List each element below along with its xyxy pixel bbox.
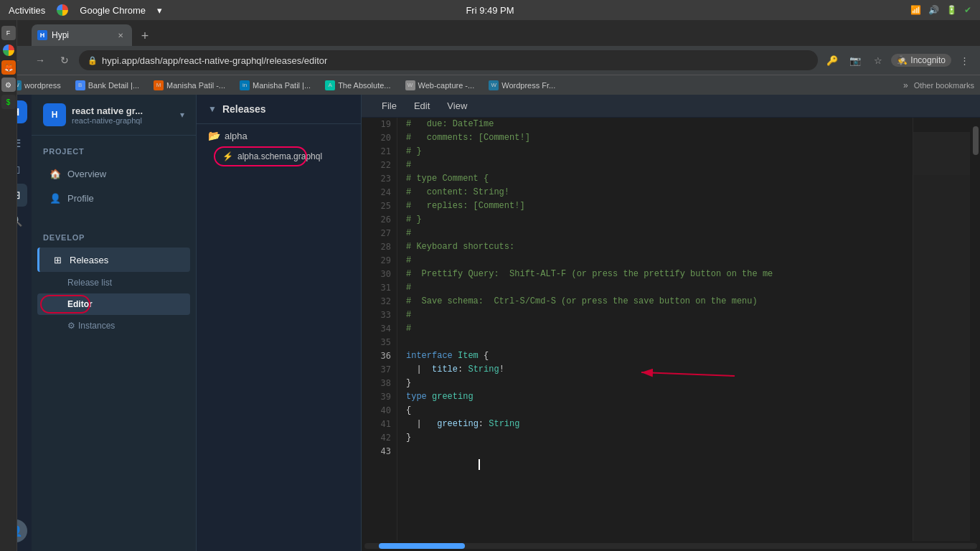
browser-tab-hypi[interactable]: H Hypi ✕	[32, 24, 132, 46]
editor-label: Editor	[67, 299, 93, 309]
line-num-23: 23	[362, 172, 397, 186]
bookmark-favicon-wp-fr: W	[489, 80, 499, 90]
nav-item-overview-label: Overview	[67, 169, 106, 179]
nav-item-overview[interactable]: 🏠 Overview	[37, 161, 190, 186]
bookmark-label-webcap: Web-capture -...	[418, 81, 475, 90]
extensions-button[interactable]: 🔑	[822, 50, 842, 70]
code-line-40: {	[406, 404, 904, 418]
taskbar-settings[interactable]: ⚙	[1, 77, 16, 92]
bookmark-favicon-webcap: W	[405, 80, 415, 90]
nav-item-releases-label: Releases	[70, 255, 108, 265]
tab-close-button[interactable]: ✕	[115, 29, 126, 41]
taskbar-files[interactable]: F	[1, 26, 16, 40]
code-line-34: #	[406, 322, 904, 336]
bookmark-manisha2[interactable]: in Manisha Patil |...	[234, 77, 316, 93]
releases-header: ▼ Releases	[197, 95, 361, 124]
menu-bar: File Edit View	[362, 95, 980, 118]
lock-icon: 🔒	[88, 56, 98, 65]
incognito-label: Incognito	[910, 55, 946, 65]
code-line-25: # replies: [Comment!]	[406, 199, 904, 213]
line-num-37: 37	[362, 363, 397, 377]
nav-sub-editor[interactable]: Editor	[37, 293, 190, 315]
bookmark-absolute[interactable]: A The Absolute...	[319, 77, 396, 93]
bookmark-label-absolute: The Absolute...	[338, 81, 390, 90]
app-menu-chevron[interactable]: ▾	[157, 5, 162, 16]
os-topbar-right: 📶 🔊 🔋 ✔	[910, 5, 971, 15]
line-num-35: 35	[362, 336, 397, 349]
bookmark-label-wordpress: wordpress	[24, 81, 61, 90]
line-num-30: 30	[362, 268, 397, 281]
line-num-26: 26	[362, 213, 397, 227]
line-num-41: 41	[362, 418, 397, 431]
url-text: hypi.app/dash/app/react-native-graphql/r…	[102, 55, 809, 66]
bottom-scrollbar-track	[364, 543, 977, 549]
line-num-36: 36	[362, 349, 397, 363]
instances-label: Instances	[78, 321, 115, 331]
code-line-32: # Save schema: Ctrl-S/Cmd-S (or press th…	[406, 295, 904, 309]
taskbar-chrome[interactable]	[1, 43, 16, 57]
chrome-app-name: Google Chrome	[80, 5, 146, 16]
folder-icon: 📂	[208, 130, 220, 141]
bookmarks-more-button[interactable]: »	[903, 80, 908, 90]
nav-sub-instances[interactable]: ⚙ Instances	[37, 315, 190, 336]
wifi-icon[interactable]: 📶	[910, 5, 921, 15]
incognito-button[interactable]: 🕵 Incognito	[891, 54, 951, 67]
line-num-34: 34	[362, 322, 397, 336]
code-line-43[interactable]	[406, 445, 904, 458]
line-num-19: 19	[362, 118, 397, 131]
app-content: H ☰ ◻ ⊞ 🔍 👤 H react native gr...	[0, 95, 980, 551]
profile-icon: 👤	[49, 192, 62, 204]
new-tab-button[interactable]: +	[135, 26, 155, 46]
nav-chevron-icon[interactable]: ▾	[180, 110, 184, 120]
bookmark-button[interactable]: ☆	[868, 50, 888, 70]
volume-icon[interactable]: 🔊	[928, 5, 939, 15]
nav-project-name: react-native-graphql	[72, 116, 143, 125]
code-line-23: # type Comment {	[406, 172, 904, 186]
code-lines[interactable]: # due: DateTime # comments: [Comment!] #…	[397, 118, 913, 541]
forward-button[interactable]: →	[30, 50, 50, 70]
editor-scrollbar[interactable]	[970, 118, 980, 541]
code-line-29: #	[406, 254, 904, 268]
code-line-24: # content: String!	[406, 186, 904, 199]
overview-icon: 🏠	[49, 167, 62, 180]
bookmark-bank[interactable]: B Bank Detail |...	[70, 77, 145, 93]
bookmark-manisha1[interactable]: M Manisha Patil -...	[148, 77, 231, 93]
os-taskbar: F 🦊 ⚙ $	[0, 20, 17, 551]
tab-favicon: H	[37, 30, 47, 40]
nav-panel: H react native gr... react-native-graphq…	[32, 95, 197, 551]
releases-file-schema[interactable]: ⚡ alpha.schema.graphql	[197, 147, 361, 166]
menu-file[interactable]: File	[373, 95, 405, 118]
releases-collapse-icon[interactable]: ▼	[208, 104, 217, 114]
bookmark-favicon-manisha1: M	[154, 80, 164, 90]
develop-section-title: Develop	[32, 233, 196, 248]
status-icon: ✔	[964, 5, 971, 15]
bottom-scrollbar[interactable]	[362, 541, 980, 551]
releases-panel: ▼ Releases 📂 alpha ⚡ alpha.schema.graphq…	[197, 95, 362, 551]
bookmark-label-manisha1: Manisha Patil -...	[166, 81, 225, 90]
bookmark-webcap[interactable]: W Web-capture -...	[400, 77, 481, 93]
line-num-31: 31	[362, 281, 397, 295]
bookmark-favicon-manisha2: in	[240, 80, 250, 90]
nav-item-releases[interactable]: ⊞ Releases	[37, 248, 190, 272]
nav-item-profile[interactable]: 👤 Profile	[37, 186, 190, 210]
line-num-32: 32	[362, 295, 397, 309]
nav-sub-release-list[interactable]: Release list	[37, 272, 190, 293]
project-section: Project 🏠 Overview 👤 Profile	[32, 136, 196, 222]
instances-icon: ⚙	[67, 321, 75, 331]
releases-folder-alpha[interactable]: 📂 alpha	[197, 124, 361, 147]
reload-button[interactable]: ↻	[55, 50, 75, 70]
code-line-22: #	[406, 159, 904, 172]
taskbar-terminal[interactable]: $	[1, 95, 16, 109]
line-num-40: 40	[362, 404, 397, 418]
activities-label[interactable]: Activities	[9, 5, 45, 16]
menu-view[interactable]: View	[438, 95, 476, 118]
os-topbar-time: Fri 9:49 PM	[466, 5, 514, 16]
menu-edit[interactable]: Edit	[405, 95, 438, 118]
more-button[interactable]: ⋮	[954, 50, 974, 70]
battery-icon[interactable]: 🔋	[946, 5, 957, 15]
taskbar-firefox[interactable]: 🦊	[1, 60, 16, 75]
camera-button[interactable]: 📷	[845, 50, 865, 70]
other-bookmarks-label[interactable]: Other bookmarks	[914, 81, 974, 90]
url-bar[interactable]: 🔒 hypi.app/dash/app/react-native-graphql…	[79, 50, 818, 70]
bookmark-wp-fr[interactable]: W Wordpress Fr...	[483, 77, 561, 93]
